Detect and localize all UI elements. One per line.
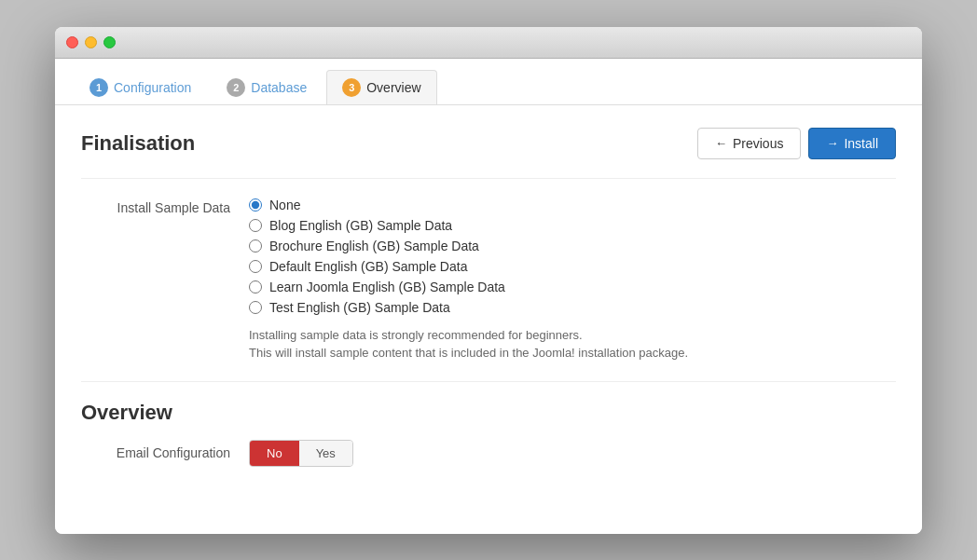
finalisation-header: Finalisation ← Previous → Install	[81, 128, 896, 159]
arrow-left-icon: ←	[715, 136, 727, 150]
radio-learn-label: Learn Joomla English (GB) Sample Data	[269, 280, 505, 294]
tab-overview[interactable]: 3 Overview	[326, 70, 436, 104]
radio-test-input[interactable]	[249, 301, 262, 314]
radio-learn-input[interactable]	[249, 280, 262, 294]
email-config-label: Email Configuration	[81, 445, 230, 460]
install-button[interactable]: → Install	[808, 128, 896, 159]
main-window: 1 Configuration 2 Database 3 Overview Fi…	[55, 27, 922, 534]
sample-data-options: None Blog English (GB) Sample Data Broch…	[249, 198, 688, 362]
arrow-right-icon: →	[826, 136, 838, 150]
titlebar	[55, 27, 922, 59]
radio-brochure-label: Brochure English (GB) Sample Data	[269, 239, 479, 253]
overview-title: Overview	[81, 401, 896, 425]
overview-section: Overview Email Configuration No Yes	[81, 381, 896, 467]
tab-database-label: Database	[251, 80, 307, 95]
content-area: Finalisation ← Previous → Install Instal…	[55, 105, 922, 534]
page-title: Finalisation	[81, 131, 195, 156]
tab-database[interactable]: 2 Database	[211, 70, 323, 104]
email-yes-button[interactable]: Yes	[299, 441, 352, 466]
radio-test-label: Test English (GB) Sample Data	[269, 300, 450, 315]
radio-test[interactable]: Test English (GB) Sample Data	[249, 300, 688, 315]
hint-line2: This will install sample content that is…	[249, 344, 688, 362]
hint-text: Installing sample data is strongly recom…	[249, 326, 688, 362]
maximize-icon[interactable]	[103, 36, 116, 48]
radio-default[interactable]: Default English (GB) Sample Data	[249, 259, 688, 274]
sample-data-row: Install Sample Data None Blog English (G…	[81, 198, 896, 362]
tab-configuration-badge: 1	[89, 78, 108, 97]
tab-bar: 1 Configuration 2 Database 3 Overview	[55, 59, 922, 105]
radio-blog-input[interactable]	[249, 219, 262, 232]
radio-learn[interactable]: Learn Joomla English (GB) Sample Data	[249, 280, 688, 294]
radio-default-label: Default English (GB) Sample Data	[269, 259, 467, 274]
radio-blog[interactable]: Blog English (GB) Sample Data	[249, 218, 688, 233]
tab-database-badge: 2	[227, 78, 245, 97]
tab-overview-badge: 3	[342, 78, 361, 97]
radio-blog-label: Blog English (GB) Sample Data	[269, 218, 452, 233]
email-no-button[interactable]: No	[250, 441, 299, 466]
hint-line1: Installing sample data is strongly recom…	[249, 326, 688, 345]
minimize-icon[interactable]	[85, 36, 97, 48]
radio-default-input[interactable]	[249, 260, 262, 273]
tab-configuration[interactable]: 1 Configuration	[74, 70, 207, 104]
install-sample-data-section: Install Sample Data None Blog English (G…	[81, 178, 896, 362]
tab-configuration-label: Configuration	[114, 80, 191, 95]
radio-brochure[interactable]: Brochure English (GB) Sample Data	[249, 239, 688, 253]
radio-group: None Blog English (GB) Sample Data Broch…	[249, 198, 688, 315]
header-buttons: ← Previous → Install	[697, 128, 896, 159]
email-config-row: Email Configuration No Yes	[81, 440, 896, 467]
radio-none-label: None	[269, 198, 300, 212]
close-icon[interactable]	[66, 36, 78, 48]
radio-none-input[interactable]	[249, 198, 262, 212]
previous-button[interactable]: ← Previous	[697, 128, 801, 159]
email-toggle-group: No Yes	[249, 440, 353, 467]
sample-data-label: Install Sample Data	[81, 198, 230, 215]
tab-overview-label: Overview	[366, 80, 420, 95]
radio-brochure-input[interactable]	[249, 239, 262, 253]
radio-none[interactable]: None	[249, 198, 688, 212]
